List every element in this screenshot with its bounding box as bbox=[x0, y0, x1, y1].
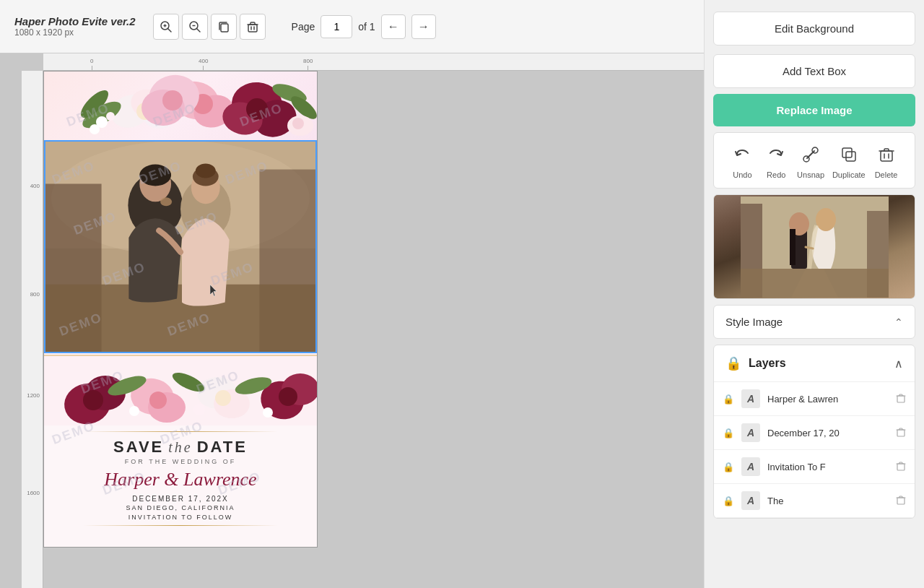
svg-rect-71 bbox=[846, 152, 855, 161]
unsnap-action[interactable]: Unsnap bbox=[797, 142, 824, 179]
page-label: Page bbox=[292, 21, 315, 33]
layer-lock-3: 🔒 bbox=[723, 462, 734, 472]
svg-rect-7 bbox=[221, 24, 228, 32]
floral-top-svg bbox=[44, 72, 317, 144]
layer-delete-1[interactable] bbox=[896, 393, 906, 405]
layer-delete-2[interactable] bbox=[896, 427, 906, 439]
copy-button[interactable] bbox=[211, 14, 237, 40]
svg-point-70 bbox=[812, 147, 818, 153]
replace-image-button[interactable]: Replace Image bbox=[713, 94, 915, 126]
preview-photo bbox=[714, 195, 915, 298]
undo-label: Undo bbox=[733, 170, 751, 179]
layer-type-icon-1: A bbox=[741, 389, 760, 408]
ruler-mark-0: 0 bbox=[90, 58, 93, 64]
layer-delete-3[interactable] bbox=[896, 461, 906, 473]
save-the-date-line: SAVE the DATE bbox=[113, 438, 248, 457]
page-of-label: of 1 bbox=[358, 21, 375, 33]
date-line-text: DECEMBER 17, 202X bbox=[132, 495, 229, 503]
for-wedding-text: FOR THE WEDDING OF bbox=[125, 458, 236, 465]
svg-point-32 bbox=[90, 124, 100, 134]
redo-label: Redo bbox=[767, 170, 785, 179]
layers-section: 🔒 Layers ∧ 🔒 A Harper & Lawren bbox=[713, 345, 915, 519]
svg-rect-40 bbox=[44, 285, 317, 353]
layer-item-december[interactable]: 🔒 A December 17, 20 bbox=[714, 416, 915, 450]
couple-names-text: Harper & Lawrence bbox=[104, 468, 256, 490]
layer-text-2: December 17, 20 bbox=[767, 428, 889, 438]
duplicate-action[interactable]: Duplicate bbox=[832, 142, 866, 179]
right-panel: Edit Background Add Text Box Replace Ima… bbox=[704, 0, 924, 588]
delete-page-button[interactable] bbox=[240, 14, 266, 40]
delete-action[interactable]: Delete bbox=[873, 142, 899, 179]
page-number-input[interactable] bbox=[321, 15, 352, 38]
svg-point-34 bbox=[292, 118, 304, 129]
zoom-out-button[interactable] bbox=[182, 14, 208, 40]
svg-rect-73 bbox=[881, 151, 892, 161]
svg-point-56 bbox=[149, 392, 167, 409]
svg-point-59 bbox=[215, 390, 231, 406]
svg-rect-90 bbox=[897, 464, 905, 470]
delete-icon bbox=[873, 142, 899, 168]
prev-page-button[interactable]: ← bbox=[381, 14, 406, 39]
layers-lock-icon: 🔒 bbox=[725, 355, 741, 371]
svg-rect-88 bbox=[897, 430, 905, 436]
svg-rect-72 bbox=[842, 148, 852, 157]
layer-type-icon-2: A bbox=[741, 423, 760, 442]
add-text-box-button[interactable]: Add Text Box bbox=[713, 54, 915, 88]
svg-point-69 bbox=[803, 156, 809, 162]
canvas-area: 0 400 800 400 800 1200 1600 DE bbox=[0, 53, 704, 588]
layer-item-harper[interactable]: 🔒 A Harper & Lawren bbox=[714, 382, 915, 416]
unsnap-label: Unsnap bbox=[797, 170, 824, 179]
layer-delete-4[interactable] bbox=[896, 495, 906, 507]
svg-line-85 bbox=[806, 247, 813, 248]
ruler-v-400: 400 bbox=[30, 183, 40, 189]
undo-action[interactable]: Undo bbox=[729, 142, 755, 179]
svg-point-31 bbox=[106, 112, 115, 121]
edit-background-button[interactable]: Edit Background bbox=[713, 12, 915, 46]
ruler-mark-800: 800 bbox=[303, 58, 313, 64]
photo-section[interactable] bbox=[44, 140, 317, 353]
svg-point-22 bbox=[246, 98, 268, 120]
image-preview bbox=[713, 194, 915, 299]
design-canvas[interactable]: DEMO DEMO DEMO DEMO DEMO DEMO DEMO DEMO … bbox=[44, 72, 317, 547]
zoom-in-button[interactable] bbox=[153, 14, 179, 40]
duplicate-label: Duplicate bbox=[832, 170, 866, 179]
svg-rect-83 bbox=[790, 229, 796, 265]
layers-title: Layers bbox=[749, 357, 786, 370]
floral-bottom-svg bbox=[44, 353, 317, 429]
svg-point-43 bbox=[139, 165, 171, 186]
svg-point-68 bbox=[263, 407, 273, 418]
svg-point-62 bbox=[279, 387, 297, 406]
layer-lock-1: 🔒 bbox=[723, 394, 734, 405]
ruler-left: 400 800 1200 1600 bbox=[22, 71, 43, 588]
app-title: Haper Photo Evite ver.2 1080 x 1920 px bbox=[14, 15, 136, 38]
preview-svg bbox=[741, 196, 889, 298]
layer-text-3: Invitation To F bbox=[767, 462, 889, 472]
ruler-mark-400: 400 bbox=[199, 58, 208, 64]
layer-text-1: Harper & Lawren bbox=[767, 394, 889, 405]
svg-point-84 bbox=[816, 208, 836, 231]
svg-point-67 bbox=[193, 404, 205, 415]
style-image-row[interactable]: Style Image ⌃ bbox=[713, 305, 915, 339]
next-page-button[interactable]: → bbox=[411, 14, 436, 39]
layer-text-4: The bbox=[767, 496, 889, 506]
save-text: SAVE bbox=[113, 438, 164, 457]
layers-header[interactable]: 🔒 Layers ∧ bbox=[714, 345, 915, 382]
date-text: DATE bbox=[197, 438, 248, 457]
undo-icon bbox=[729, 142, 755, 168]
layer-item-invitation[interactable]: 🔒 A Invitation To F bbox=[714, 450, 915, 484]
ruler-v-800: 800 bbox=[30, 291, 40, 298]
floral-top bbox=[44, 72, 317, 144]
invitation-line-text: INVITATION TO FOLLOW bbox=[128, 514, 232, 521]
gold-line-top bbox=[83, 431, 278, 432]
svg-point-25 bbox=[162, 90, 183, 111]
svg-point-66 bbox=[129, 406, 139, 416]
svg-point-47 bbox=[196, 164, 216, 178]
app-dimensions: 1080 x 1920 px bbox=[14, 27, 136, 38]
ruler-v-1200: 1200 bbox=[27, 392, 40, 399]
toolbar: Haper Photo Evite ver.2 1080 x 1920 px bbox=[0, 0, 704, 53]
svg-point-48 bbox=[160, 197, 172, 206]
app-title-text: Haper Photo Evite ver.2 bbox=[14, 15, 136, 27]
layer-item-the[interactable]: 🔒 A The bbox=[714, 484, 915, 518]
svg-rect-86 bbox=[897, 396, 905, 402]
redo-action[interactable]: Redo bbox=[763, 142, 789, 179]
